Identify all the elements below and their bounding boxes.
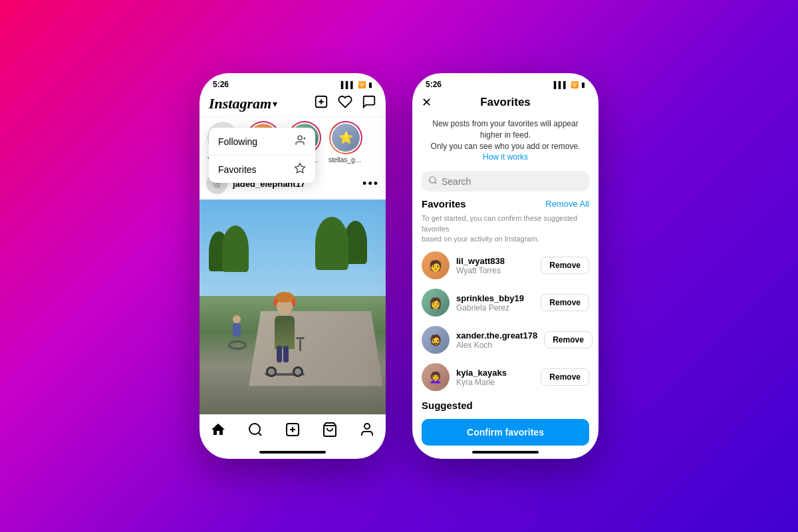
ig-header: Instagram ▾	[200, 92, 386, 116]
battery-icon-2: ▮	[581, 81, 585, 88]
story-3[interactable]: ⭐ stellas_gr0...	[329, 121, 363, 164]
how-it-works-link[interactable]: How it works	[483, 152, 528, 162]
add-post-icon[interactable]	[314, 94, 329, 112]
signal-icon-2: ▌▌▌	[554, 81, 568, 88]
fav-realname-1: Wyatt Torres	[456, 266, 534, 275]
ig-logo: Instagram	[209, 95, 271, 112]
search-input[interactable]	[442, 176, 583, 187]
svg-point-7	[249, 424, 260, 434]
bg-cyclist-head	[233, 315, 241, 323]
fav-username-3: xander.the.great178	[456, 331, 537, 340]
bg-bike-wheel1	[228, 340, 247, 350]
svg-line-8	[259, 433, 261, 436]
fav-user-row: 👩 sprinkles_bby19 Gabriela Perez Remove	[412, 284, 598, 321]
bg-cyclist	[227, 303, 247, 350]
status-icons-1: ▌▌▌ 🛜 ▮	[341, 81, 372, 88]
tree-2	[222, 225, 249, 272]
figure-body	[275, 316, 295, 349]
fav-realname-2: Gabriela Perez	[456, 303, 534, 313]
nav-home-icon[interactable]	[210, 422, 226, 442]
scooter-handle-post	[299, 339, 301, 351]
bg-cyclist-body	[233, 323, 241, 336]
post-more-icon[interactable]: •••	[362, 177, 379, 191]
following-menu-item[interactable]: Following	[209, 128, 315, 156]
ig-header-icons	[314, 94, 376, 112]
status-time-1: 5:26	[213, 80, 229, 89]
fav-username-4: kyia_kayaks	[456, 368, 534, 378]
story-3-label: stellas_gr0...	[329, 156, 363, 164]
scooter-wheel-2	[293, 366, 303, 377]
confirm-favorites-button[interactable]: Confirm favorites	[422, 419, 589, 446]
remove-button-1[interactable]: Remove	[541, 257, 589, 274]
remove-button-3[interactable]: Remove	[544, 331, 593, 348]
figure-scooter	[265, 349, 305, 376]
fav-user-row: 🧔 xander.the.great178 Alex Koch Remove	[412, 321, 598, 358]
fav-description: New posts from your favorites will appea…	[412, 113, 598, 167]
wifi-icon: 🛜	[358, 81, 366, 88]
fav-avatar-1: 🧑	[422, 251, 450, 279]
figure-hair	[275, 292, 294, 303]
fav-user-info-4: kyia_kayaks Kyra Marie	[456, 368, 534, 387]
scooter-wheel-1	[266, 366, 277, 377]
signal-icon: ▌▌▌	[341, 81, 355, 88]
svg-line-15	[435, 182, 437, 184]
chevron-down-icon: ▾	[273, 98, 277, 109]
following-label: Following	[218, 136, 257, 147]
phone-instagram-feed: 5:26 ▌▌▌ 🛜 ▮ Instagram ▾	[200, 73, 386, 459]
home-indicator-2	[472, 451, 539, 454]
remove-all-button[interactable]: Remove All	[545, 199, 589, 209]
tree-4	[315, 217, 348, 270]
phone-favorites: 5:26 ▌▌▌ 🛜 ▮ ✕ Favorites New posts from …	[412, 73, 598, 459]
status-icons-2: ▌▌▌ 🛜 ▮	[554, 81, 585, 88]
svg-point-3	[298, 136, 302, 140]
svg-point-13	[364, 424, 370, 429]
fav-realname-4: Kyra Marie	[456, 378, 534, 387]
favorites-section-title: Favorites	[422, 198, 466, 209]
suggested-section-title: Suggested	[412, 396, 598, 412]
search-icon	[428, 176, 438, 187]
battery-icon: ▮	[368, 81, 372, 88]
fav-section-header: Favorites Remove All	[412, 196, 598, 212]
fav-list: 🧑 lil_wyatt838 Wyatt Torres Remove 👩 spr…	[412, 247, 598, 414]
fav-user-info-3: xander.the.great178 Alex Koch	[456, 331, 537, 350]
heart-icon[interactable]	[338, 94, 352, 112]
dropdown-menu: Following Favorites	[209, 128, 315, 183]
fav-username-1: lil_wyatt838	[456, 256, 534, 266]
phones-container: 5:26 ▌▌▌ 🛜 ▮ Instagram ▾	[200, 73, 598, 459]
home-indicator-1	[259, 451, 326, 454]
fav-avatar-2: 👩	[422, 289, 450, 317]
fav-user-info-1: lil_wyatt838 Wyatt Torres	[456, 256, 534, 275]
remove-button-4[interactable]: Remove	[541, 368, 589, 386]
main-figure	[265, 296, 305, 376]
post-image	[200, 200, 386, 414]
fav-search-bar[interactable]	[422, 171, 589, 192]
fav-avatar-4: 👩‍🦱	[422, 363, 450, 391]
close-button[interactable]: ✕	[422, 95, 432, 110]
scooter-handlebar	[296, 337, 305, 339]
status-bar-1: 5:26 ▌▌▌ 🛜 ▮	[200, 73, 386, 92]
fav-header: ✕ Favorites	[412, 92, 598, 113]
svg-marker-6	[295, 164, 305, 173]
nav-shop-icon[interactable]	[322, 422, 338, 442]
bottom-nav	[200, 414, 386, 451]
remove-button-2[interactable]: Remove	[541, 294, 589, 311]
nav-add-icon[interactable]	[285, 422, 301, 442]
fav-suggested-description: To get started, you can confirm these su…	[412, 212, 598, 247]
wifi-icon-2: 🛜	[571, 81, 579, 88]
messenger-icon[interactable]	[362, 94, 376, 112]
fav-user-row: 🧑 lil_wyatt838 Wyatt Torres Remove	[412, 247, 598, 284]
ig-logo-group[interactable]: Instagram ▾	[209, 95, 277, 112]
fav-realname-3: Alex Koch	[456, 340, 537, 350]
story-3-avatar: ⭐	[329, 121, 362, 154]
svg-point-14	[430, 177, 436, 183]
fav-username-2: sprinkles_bby19	[456, 293, 534, 303]
following-icon	[294, 134, 306, 148]
nav-profile-icon[interactable]	[359, 422, 375, 442]
fav-avatar-3: 🧔	[422, 326, 450, 354]
nav-search-icon[interactable]	[247, 422, 263, 442]
suggested-user-row: 👨‍🍳 frenchie_fry39 Joseph Lyons Add	[412, 412, 598, 414]
fav-title: Favorites	[480, 96, 531, 109]
favorites-menu-item[interactable]: Favorites	[209, 156, 315, 183]
fav-description-text: New posts from your favorites will appea…	[431, 119, 581, 151]
star-icon	[294, 162, 306, 176]
